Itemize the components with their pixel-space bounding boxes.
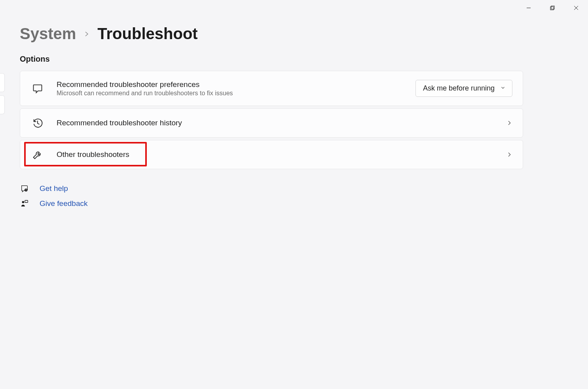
section-header-options: Options: [20, 55, 572, 64]
history-title: Recommended troubleshooter history: [57, 119, 506, 127]
get-help-link[interactable]: ? Get help: [20, 184, 572, 193]
give-feedback-label: Give feedback: [40, 199, 87, 208]
feedback-icon: [20, 199, 29, 208]
speech-bubble-icon: [30, 83, 46, 94]
preferences-dropdown-value: Ask me before running: [423, 84, 495, 93]
chevron-right-icon: [506, 120, 512, 126]
page-title: Troubleshoot: [97, 25, 197, 43]
other-troubleshooters-row[interactable]: Other troubleshooters: [20, 140, 523, 169]
svg-text:?: ?: [25, 189, 27, 191]
help-icon: ?: [20, 184, 29, 193]
window-controls: [517, 0, 588, 16]
maximize-button[interactable]: [541, 0, 564, 16]
breadcrumb: System Troubleshoot: [20, 25, 572, 43]
close-button[interactable]: [564, 0, 588, 16]
svg-point-7: [22, 201, 25, 203]
troubleshooter-history-row[interactable]: Recommended troubleshooter history: [20, 108, 523, 138]
preferences-subtitle: Microsoft can recommend and run troubles…: [57, 90, 415, 97]
preferences-title: Recommended troubleshooter preferences: [57, 80, 415, 89]
sidebar-partial: [0, 73, 5, 114]
give-feedback-link[interactable]: Give feedback: [20, 199, 572, 208]
svg-rect-8: [25, 200, 28, 203]
wrench-icon: [30, 149, 46, 160]
svg-rect-1: [550, 7, 554, 10]
minimize-button[interactable]: [517, 0, 541, 16]
breadcrumb-parent[interactable]: System: [20, 25, 76, 43]
get-help-label: Get help: [40, 184, 68, 193]
chevron-down-icon: [500, 84, 506, 93]
preferences-dropdown[interactable]: Ask me before running: [415, 80, 512, 97]
sidebar-sliver: [0, 73, 5, 92]
troubleshooter-preferences-row: Recommended troubleshooter preferences M…: [20, 71, 523, 106]
sidebar-sliver: [0, 95, 5, 114]
other-title: Other troubleshooters: [57, 150, 506, 159]
chevron-right-icon: [83, 30, 90, 38]
svg-rect-2: [551, 6, 554, 9]
history-icon: [30, 117, 46, 128]
chevron-right-icon: [506, 151, 512, 158]
